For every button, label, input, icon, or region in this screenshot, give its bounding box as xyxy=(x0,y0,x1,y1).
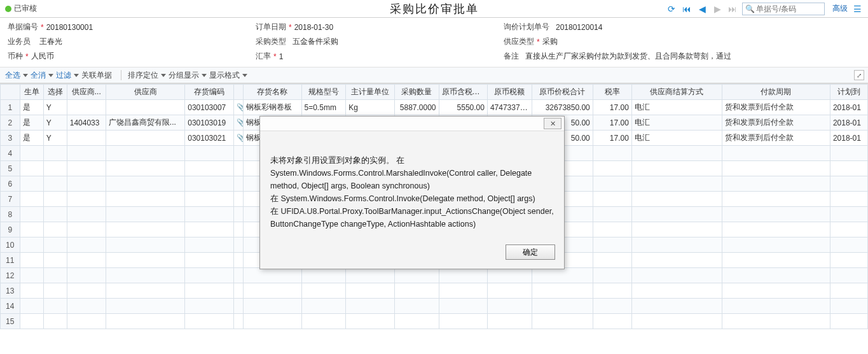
table-row-empty[interactable]: 14 xyxy=(1,299,868,314)
col-qty[interactable]: 采购数量 xyxy=(394,85,439,100)
select-all[interactable]: 全选 xyxy=(5,70,28,81)
label: 汇率 xyxy=(256,51,271,62)
page-title: 采购比价审批单 xyxy=(390,1,479,17)
cell-inv-code: 030103021 xyxy=(185,131,233,146)
required-icon: * xyxy=(25,52,29,61)
label: 业务员 xyxy=(8,36,31,47)
related-docs[interactable]: 关联单据 xyxy=(81,70,112,81)
next-icon[interactable]: ▶ xyxy=(712,3,723,15)
cell-select: Y xyxy=(43,131,67,146)
advanced-link[interactable]: 高级 xyxy=(832,3,848,14)
first-icon[interactable]: ⏮ xyxy=(681,3,692,15)
cell-supplier: 广饶昌鑫商贸有限... xyxy=(106,115,184,131)
col-supplier[interactable]: 供应商 xyxy=(106,85,184,100)
col-inv-code[interactable]: 存货编码 xyxy=(185,85,233,100)
cell-inv-name: 钢板彩钢卷板 xyxy=(243,100,301,115)
table-row-empty[interactable]: 13 xyxy=(1,283,868,299)
col-tax[interactable]: 原币税额 xyxy=(487,85,532,100)
attachment-icon: 📎 xyxy=(233,100,243,115)
label: 订单日期 xyxy=(256,22,286,32)
label: 供应类型 xyxy=(504,36,534,47)
close-button[interactable]: ✕ xyxy=(544,118,561,129)
prev-icon[interactable]: ◀ xyxy=(696,3,708,15)
row-num: 14 xyxy=(1,299,20,314)
value: 2018-01-30 xyxy=(294,23,333,32)
value: 王春光 xyxy=(39,36,62,47)
col-select[interactable]: 选择 xyxy=(43,85,67,100)
row-num: 8 xyxy=(1,207,20,222)
col-supplier-code[interactable]: 供应商... xyxy=(67,85,106,100)
cell-supplier xyxy=(106,131,184,146)
table-row-empty[interactable]: 15 xyxy=(1,314,868,329)
cell-uom: Kg xyxy=(346,100,394,115)
field-doc-no: 单据编号 * 20180130001 xyxy=(8,22,256,32)
last-icon[interactable]: ⏭ xyxy=(727,3,738,15)
search-input[interactable] xyxy=(756,4,822,13)
value: 五金备件采购 xyxy=(293,36,338,47)
cell-select: Y xyxy=(43,100,67,115)
cell-price: 5550.00 xyxy=(439,100,487,115)
required-icon: * xyxy=(273,52,277,61)
display-format[interactable]: 显示格式 xyxy=(209,70,247,81)
label: 备注 xyxy=(504,51,519,62)
dialog-titlebar: ✕ xyxy=(260,117,564,131)
row-num: 6 xyxy=(1,176,20,192)
table-row[interactable]: 1是Y030103007📎钢板彩钢卷板5=0.5mmKg5887.0000555… xyxy=(1,100,868,115)
row-num: 1 xyxy=(1,100,20,115)
cell-plan: 2018-01 xyxy=(830,115,867,131)
attachment-icon: 📎 xyxy=(233,131,243,146)
cell-supplier-code: 1404033 xyxy=(67,115,106,131)
cell-total: 32673850.00 xyxy=(532,100,593,115)
col-sd[interactable]: 生单 xyxy=(20,85,43,100)
col-spec[interactable]: 规格型号 xyxy=(301,85,346,100)
col-pay-method[interactable]: 供应商结算方式 xyxy=(631,85,722,100)
field-order-date: 订单日期 * 2018-01-30 xyxy=(256,22,504,32)
label: 采购类型 xyxy=(256,36,286,47)
cell-supplier-code xyxy=(67,100,106,115)
select-none[interactable]: 全消 xyxy=(31,70,53,81)
sort[interactable]: 排序定位 xyxy=(128,70,166,81)
col-uom[interactable]: 主计量单位 xyxy=(346,85,394,100)
cell-tax: 4747337.18 xyxy=(487,100,532,115)
error-dialog: ✕ 未将对象引用设置到对象的实例。 在 System.Windows.Forms… xyxy=(259,116,565,269)
field-remark: 备注 直接从生产厂家采购付款为款到发货、且合同条款苛刻，通过 xyxy=(504,51,860,62)
col-price[interactable]: 原币含税单... xyxy=(439,85,487,100)
field-currency: 币种 * 人民币 xyxy=(8,51,256,62)
expand-icon[interactable]: ⤢ xyxy=(854,70,864,80)
value: 采购 xyxy=(542,36,558,47)
field-supply-type: 供应类型 * 采购 xyxy=(504,36,860,47)
cell-tax-rate: 17.00 xyxy=(593,131,631,146)
dialog-message: 未将对象引用设置到对象的实例。 在 System.Windows.Forms.C… xyxy=(260,131,564,239)
col-pay-cycle[interactable]: 付款周期 xyxy=(722,85,830,100)
group-display[interactable]: 分组显示 xyxy=(169,70,207,81)
row-num: 7 xyxy=(1,192,20,207)
search-icon: 🔍 xyxy=(745,4,755,13)
col-tax-rate[interactable]: 税率 xyxy=(593,85,631,100)
menu-icon[interactable]: ☰ xyxy=(851,3,863,15)
refresh-icon[interactable]: ⟳ xyxy=(666,3,677,15)
cell-tax-rate: 17.00 xyxy=(593,115,631,131)
col-plan[interactable]: 计划到 xyxy=(830,85,867,100)
cell-pay-cycle: 货和发票到后付全款 xyxy=(722,100,830,115)
required-icon: * xyxy=(41,23,44,32)
row-num: 9 xyxy=(1,222,20,237)
col-inv-name[interactable]: 存货名称 xyxy=(243,85,301,100)
value: 20180120014 xyxy=(556,23,602,32)
label: 币种 xyxy=(8,51,23,62)
col-row-num xyxy=(1,85,20,100)
row-num: 4 xyxy=(1,146,20,161)
ok-button[interactable]: 确定 xyxy=(506,244,555,260)
cell-tax-rate: 17.00 xyxy=(593,100,631,115)
filter[interactable]: 过滤 xyxy=(56,70,79,81)
cell-inv-code: 030103007 xyxy=(185,100,233,115)
cell-pay-method: 电汇 xyxy=(631,100,722,115)
row-num: 11 xyxy=(1,253,20,268)
required-icon: * xyxy=(289,23,292,32)
row-num: 12 xyxy=(1,268,20,283)
table-row-empty[interactable]: 12 xyxy=(1,268,868,283)
dialog-footer: 确定 xyxy=(260,239,564,269)
header-right: ⟳ ⏮ ◀ ▶ ⏭ 🔍 高级 ☰ xyxy=(666,3,863,15)
field-rate: 汇率 * 1 xyxy=(256,51,504,62)
col-clip xyxy=(233,85,243,100)
col-total[interactable]: 原币价税合计 xyxy=(532,85,593,100)
